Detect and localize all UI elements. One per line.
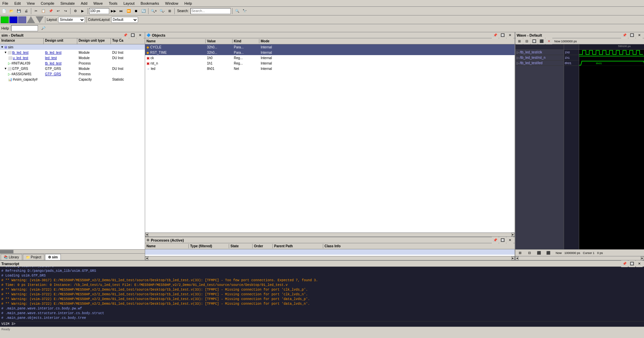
proc-row-selected[interactable] <box>145 249 515 255</box>
menu-layout[interactable]: Layout <box>123 1 136 6</box>
proc-float-btn[interactable]: 🔲 <box>499 237 506 244</box>
table-row[interactable]: ▼ 🖥 sim <box>0 44 145 50</box>
wave-float-btn[interactable]: 🔲 <box>629 32 635 39</box>
restart-btn[interactable]: 🔄 <box>140 8 147 14</box>
new-btn[interactable]: 📄 <box>1 8 7 14</box>
cursor-btn4[interactable]: ⬛ <box>545 250 552 256</box>
menu-simulate[interactable]: Simulate <box>59 1 76 6</box>
menu-help[interactable]: Help <box>183 1 193 6</box>
objects-close-btn[interactable]: ✕ <box>507 32 513 39</box>
print-btn[interactable]: 🖨 <box>23 8 30 14</box>
table-row[interactable]: ⬜ u_led_test led_test Module DU Inst <box>0 55 145 60</box>
save-btn[interactable]: 💾 <box>15 8 22 14</box>
break-btn[interactable]: ⏹ <box>133 8 139 14</box>
menu-compile[interactable]: Compile <box>40 1 55 6</box>
sim-time-input[interactable] <box>89 8 109 14</box>
tb2-btn4[interactable] <box>27 16 35 23</box>
expand-icon[interactable]: ▼ <box>4 51 7 54</box>
wave-scroll-left[interactable]: ◄ <box>515 256 519 260</box>
scroll-left-btn[interactable]: ◄ <box>145 256 148 260</box>
menu-view[interactable]: View <box>26 1 36 6</box>
wave-close-btn[interactable]: ✕ <box>636 32 643 39</box>
proc-hscrollbar[interactable]: ◄ ► <box>145 256 515 260</box>
scroll-right-btn[interactable]: ► <box>511 233 515 237</box>
table-row[interactable]: ◆ RST_TIME 32h0... Para... Internal <box>145 50 515 55</box>
objects-pin-btn[interactable]: 📌 <box>492 32 499 39</box>
help-search-btn[interactable]: 🔎 <box>40 25 47 32</box>
wave-pin-btn[interactable]: 📌 <box>621 32 628 39</box>
column-layout-select[interactable]: Default <box>111 17 138 23</box>
table-row[interactable]: ▼ ⬜ GTP_GRS GTP_GRS Module DU Inst <box>0 66 145 71</box>
wave-tb-btn1[interactable]: ⊞ <box>516 38 523 45</box>
menu-file[interactable]: File <box>1 1 9 6</box>
run-btn[interactable]: ▶▶ <box>110 8 117 14</box>
cut-btn[interactable]: ✂ <box>33 8 39 14</box>
menu-tools[interactable]: Tools <box>108 1 119 6</box>
proc-table-body[interactable] <box>145 249 515 256</box>
tab-sim[interactable]: ⚙ sim <box>45 254 61 260</box>
objects-float-btn[interactable]: 🔲 <box>499 32 506 39</box>
cursor-btn3[interactable]: ⬛ <box>535 250 542 256</box>
table-row[interactable]: ▣ ck 1h0 Reg... Internal <box>145 55 515 60</box>
redo-btn[interactable]: ↪ <box>62 8 69 14</box>
table-row[interactable]: ▣ rst_n 1h1 Reg... Internal <box>145 60 515 66</box>
search-input[interactable] <box>190 8 231 14</box>
transcript-body[interactable]: # Refreshing E:/MES50HP/MES50HP_v2/2_Dem… <box>0 267 644 321</box>
tab-project[interactable]: 📁 Project <box>23 254 44 260</box>
wave-add-signal[interactable]: ✕ <box>546 38 552 45</box>
paste-btn[interactable]: 📌 <box>47 8 54 14</box>
expand-icon[interactable]: ▼ <box>1 45 4 49</box>
wave-tb-btn4[interactable]: ⬛ <box>538 38 545 45</box>
table-row[interactable]: ▷ #ASSIGN#81 GTP_GRS Process <box>0 71 145 77</box>
transcript-float-btn[interactable]: 🔲 <box>629 260 635 267</box>
menu-edit[interactable]: Edit <box>13 1 22 6</box>
menu-window[interactable]: Window <box>164 1 179 6</box>
undo-btn[interactable]: ↩ <box>55 8 61 14</box>
layout-select[interactable]: Simulate <box>58 17 85 23</box>
copy-btn[interactable]: 📋 <box>40 8 47 14</box>
menu-add[interactable]: Add <box>80 1 89 6</box>
zoom-in-btn[interactable]: 🔍 <box>234 8 241 14</box>
proc-close-btn[interactable]: ✕ <box>507 237 513 244</box>
cursor-btn1[interactable]: ⊞ <box>517 250 523 256</box>
table-row[interactable]: ▷ #INITIAL#39 tb_led_test Process <box>0 60 145 66</box>
wave-scroll-right[interactable]: ► <box>641 256 644 260</box>
table-row[interactable]: ▼ ⬜ tb_led_test tb_led_test Module DU In… <box>0 50 145 55</box>
table-row[interactable]: ◆ CYCLE 32h0... Para... Internal <box>145 44 515 50</box>
sim-tree-body[interactable]: ▼ 🖥 sim ▼ ⬜ tb_led_test tb_led_test Modu… <box>0 44 145 249</box>
objects-hscrollbar[interactable]: ◄ ► <box>145 233 515 237</box>
scroll-right-btn[interactable]: ► <box>511 256 515 260</box>
help-input[interactable] <box>11 25 38 31</box>
transcript-close-btn[interactable]: ✕ <box>636 260 643 267</box>
scroll-left-btn[interactable]: ◄ <box>145 233 148 237</box>
tab-library[interactable]: 📚 Library <box>1 254 22 260</box>
table-row[interactable]: 📊 #vsim_capacity# Capacity Statistic <box>0 77 145 82</box>
wave-zoom-in[interactable]: 🔍+ <box>150 8 158 14</box>
wave-zoom-out[interactable]: 🔍- <box>159 8 166 14</box>
tb2-btn3[interactable] <box>18 16 26 23</box>
zoom-out-btn[interactable]: 🔭 <box>241 8 248 14</box>
sim-close-btn[interactable]: ✕ <box>137 32 143 39</box>
simulate-btn[interactable]: ▶ <box>79 8 86 14</box>
menu-wave[interactable]: Wave <box>92 1 104 6</box>
sim-pin-btn[interactable]: 📌 <box>122 32 129 39</box>
objects-table-body[interactable]: ◆ CYCLE 32h0... Para... Internal ◆ RST_T… <box>145 44 515 233</box>
wave-zoom-full[interactable]: ⊞ <box>166 8 173 14</box>
sim-hscrollbar[interactable] <box>0 249 145 253</box>
compile-btn[interactable]: ⚙ <box>72 8 79 14</box>
wave-tb-btn3[interactable]: 🔲 <box>531 38 538 45</box>
sim-float-btn[interactable]: 🔲 <box>129 32 136 39</box>
tb2-btn5[interactable] <box>36 16 44 23</box>
wave-canvas-area[interactable]: 599100 ps <box>579 44 644 249</box>
open-btn[interactable]: 📂 <box>8 8 15 14</box>
table-row[interactable]: → led 8h01 Net Internal <box>145 66 515 71</box>
tb2-btn2[interactable] <box>9 16 17 23</box>
step-btn[interactable]: ⏭ <box>118 8 125 14</box>
transcript-pin-btn[interactable]: 📌 <box>621 260 628 267</box>
vsim-input[interactable] <box>17 322 643 326</box>
proc-pin-btn[interactable]: 📌 <box>492 237 499 244</box>
wave-hscrollbar[interactable]: ◄ ► <box>515 256 644 260</box>
wave-tb-btn2[interactable]: ⊟ <box>523 38 530 45</box>
menu-bookmarks[interactable]: Bookmarks <box>140 1 160 6</box>
continue-btn[interactable]: ⏩ <box>125 8 132 14</box>
